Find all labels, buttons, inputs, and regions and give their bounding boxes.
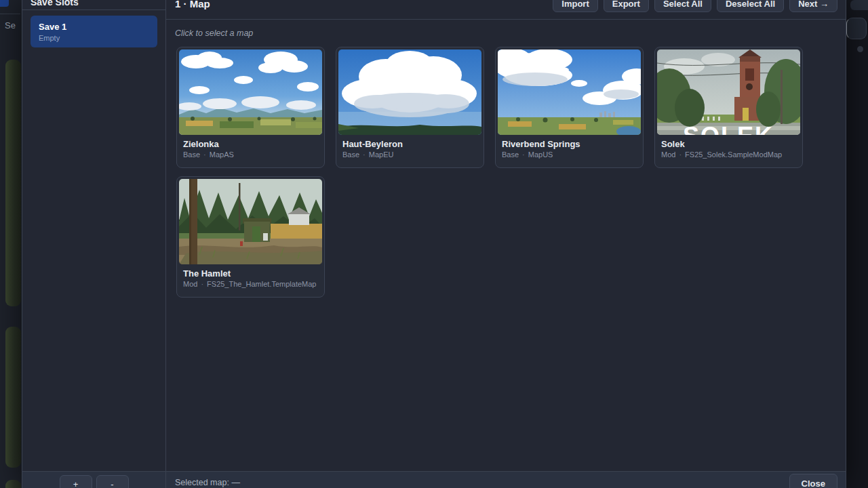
map-id: FS25_The_Hamlet.TemplateMap	[207, 280, 316, 288]
map-source: Mod	[183, 280, 197, 288]
map-name: Riverbend Springs	[502, 139, 637, 149]
map-id: MapAS	[210, 150, 234, 159]
map-source: Base	[342, 150, 359, 159]
map-step-header: 1 · Map Import Export Select All Deselec…	[166, 0, 846, 19]
screen: Se Save Slots Save 1 Empty + - 1 · Map	[0, 0, 868, 488]
map-name: The Hamlet	[183, 268, 318, 279]
save-slots-sidebar: Save Slots Save 1 Empty + -	[22, 0, 166, 488]
map-subtitle: Base·MapUS	[502, 150, 637, 159]
save-slot-1[interactable]: Save 1 Empty	[31, 16, 157, 47]
map-card-riverbend-springs[interactable]: Riverbend Springs Base·MapUS	[495, 47, 644, 168]
deselect-all-button[interactable]: Deselect All	[717, 0, 784, 12]
map-name: Zielonka	[183, 139, 318, 149]
map-step-footer: Selected map: — Close	[166, 471, 846, 488]
map-thumbnail	[179, 179, 322, 264]
add-slot-button[interactable]: +	[60, 475, 92, 488]
remove-slot-button[interactable]: -	[96, 475, 129, 488]
map-id: FS25_Solek.SampleModMap	[685, 150, 782, 159]
background-right-panel	[846, 0, 868, 488]
map-thumbnail	[498, 49, 641, 135]
map-thumbnail	[179, 49, 322, 135]
separator: ·	[203, 150, 206, 159]
close-button[interactable]: Close	[789, 474, 837, 488]
background-dot	[857, 46, 863, 52]
separator: ·	[522, 150, 525, 159]
map-id: MapUS	[528, 150, 553, 159]
map-subtitle: Base·MapAS	[183, 150, 318, 159]
save-editor-dialog: Save Slots Save 1 Empty + - 1 · Map Impo…	[22, 0, 846, 488]
map-card-the-hamlet[interactable]: The Hamlet Mod·FS25_The_Hamlet.TemplateM…	[176, 176, 325, 298]
map-step-panel: 1 · Map Import Export Select All Deselec…	[166, 0, 846, 488]
map-thumbnail	[338, 49, 481, 135]
sidebar-title: Save Slots	[22, 0, 165, 9]
map-subtitle: Mod·FS25_Solek.SampleModMap	[661, 150, 796, 159]
separator: ·	[363, 150, 366, 159]
background-left-panel: Se	[0, 0, 22, 488]
background-button-fragment	[846, 18, 867, 39]
thumb-logo-text: SOLEK	[683, 122, 774, 135]
toolbar: Import Export Select All Deselect All Ne…	[553, 0, 837, 19]
map-source: Mod	[661, 150, 675, 159]
export-button[interactable]: Export	[604, 0, 649, 12]
separator: ·	[679, 150, 682, 159]
map-id: MapEU	[369, 150, 394, 159]
background-text-snippet: Se	[5, 20, 16, 30]
select-all-button[interactable]: Select All	[654, 0, 711, 12]
select-map-hint: Click to select a map	[166, 20, 846, 39]
map-subtitle: Mod·FS25_The_Hamlet.TemplateMap	[183, 280, 318, 289]
background-thumbnail-strip	[5, 327, 21, 468]
map-subtitle: Base·MapEU	[342, 150, 477, 159]
map-name: Haut-Beyleron	[342, 139, 477, 149]
map-name: Solek	[661, 139, 796, 149]
sidebar-footer: + -	[22, 471, 165, 488]
background-thumbnail-strip	[5, 480, 21, 488]
map-thumbnail: SOLEK	[657, 49, 800, 135]
save-slot-name: Save 1	[39, 22, 149, 32]
import-button[interactable]: Import	[553, 0, 597, 12]
map-grid: Zielonka Base·MapAS	[166, 39, 846, 471]
sidebar-divider	[22, 9, 165, 10]
page-title: 1 · Map	[175, 0, 210, 19]
background-thumbnail-strip	[5, 60, 21, 306]
background-button-fragment	[850, 0, 868, 10]
background-divider	[0, 14, 20, 14]
map-source: Base	[183, 150, 200, 159]
separator: ·	[201, 280, 203, 288]
map-card-solek[interactable]: SOLEK Solek Mod·FS25_Solek.SampleModMap	[654, 47, 803, 168]
next-button[interactable]: Next →	[789, 0, 837, 12]
save-slot-status: Empty	[39, 34, 149, 42]
map-card-zielonka[interactable]: Zielonka Base·MapAS	[176, 47, 325, 168]
background-blue-accent	[0, 0, 9, 7]
selected-map-label: Selected map: —	[175, 478, 240, 487]
map-source: Base	[502, 150, 519, 159]
map-card-haut-beyleron[interactable]: Haut-Beyleron Base·MapEU	[336, 47, 484, 168]
